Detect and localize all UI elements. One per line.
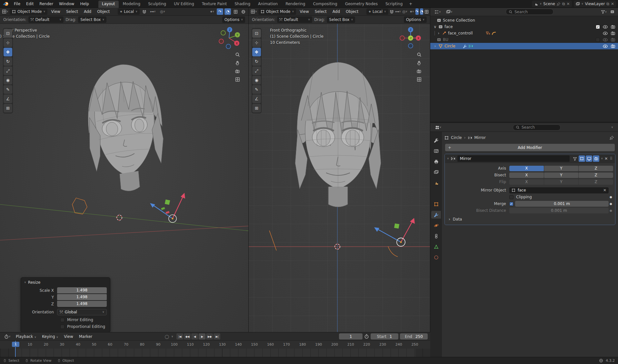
camera-view-icon[interactable]	[416, 69, 422, 74]
hide-eye-icon[interactable]	[603, 37, 608, 42]
bisect-x-button[interactable]: X	[509, 172, 544, 178]
options-chevron-icon[interactable]: ∨	[609, 124, 615, 131]
menu-object[interactable]: Object	[95, 9, 112, 15]
properties-tab-material[interactable]	[431, 253, 441, 261]
xray-shading-icon[interactable]: ◔	[224, 8, 231, 15]
snap-with-dropdown[interactable]: ⊶∨	[149, 8, 157, 15]
close-icon[interactable]: ✕	[604, 156, 608, 161]
editor-type-icon[interactable]: ∨	[251, 8, 257, 15]
tool-move[interactable]: ✥	[252, 48, 261, 56]
show-in-editmode-icon[interactable]	[579, 155, 585, 162]
tool-move[interactable]: ✥	[4, 48, 12, 56]
orientation-setting-dropdown[interactable]: ⤱ Default ∨	[277, 16, 312, 23]
properties-search-input[interactable]: Search	[513, 124, 561, 131]
tool-transform[interactable]: ◉	[4, 76, 12, 84]
play-button[interactable]: ▶	[199, 333, 205, 339]
proportional-editing-icon[interactable]: ◎∨	[158, 8, 167, 15]
tool-measure[interactable]: ∠	[252, 94, 261, 103]
workspace-tab-geometry-nodes[interactable]: Geometry Nodes	[342, 1, 381, 8]
new-viewlayer-icon[interactable]: ⧉	[606, 2, 609, 6]
tool-cursor[interactable]: ⊹	[252, 38, 261, 47]
timeline-frames-area[interactable]	[0, 349, 430, 357]
workspace-tab-modeling[interactable]: Modeling	[119, 1, 144, 8]
menu-select[interactable]: Select	[313, 9, 329, 15]
new-scene-icon[interactable]: ⧉	[562, 2, 565, 6]
camera-view-icon[interactable]	[235, 69, 240, 74]
filter-icon[interactable]: ∨	[601, 9, 607, 15]
mode-dropdown[interactable]: Object Mode ∨	[258, 8, 296, 15]
properties-tab-data[interactable]	[431, 243, 441, 251]
properties-tab-objsq[interactable]	[431, 200, 441, 208]
prev-keyframe-button[interactable]: ◆◀	[184, 333, 191, 339]
shading-solid-icon[interactable]	[240, 8, 246, 15]
scale-y-field[interactable]: 1.498	[57, 294, 107, 300]
tool-scale[interactable]: ⤢	[4, 66, 12, 75]
workspace-tab-animation[interactable]: Animation	[254, 1, 281, 8]
modifier-name-field[interactable]: Mirror	[457, 155, 570, 162]
modifier-header[interactable]: ∨ Mirror ∨ ✕ ⠿	[445, 154, 615, 163]
orthographic-toggle-icon[interactable]	[235, 77, 240, 82]
show-gizmo-icon[interactable]: ⌖∨	[209, 8, 215, 15]
shading-wireframe-icon[interactable]	[232, 8, 239, 15]
workspace-tab-shading[interactable]: Shading	[231, 1, 254, 8]
scene-selector[interactable]: ∨ Scene ⧉ ✕	[532, 1, 572, 7]
menu-view[interactable]: View	[62, 334, 75, 339]
editor-type-icon[interactable]: ∨	[3, 333, 12, 340]
menu-view[interactable]: View	[49, 9, 62, 15]
transform-gizmo[interactable]	[374, 218, 415, 257]
menu-render[interactable]: Render	[36, 1, 56, 7]
tool-scale[interactable]: ⤢	[252, 66, 261, 75]
axis-x-button[interactable]: X	[509, 166, 544, 171]
tool-add-cube[interactable]: ⊞	[252, 104, 261, 113]
transform-orientation-dropdown[interactable]: ⌖ Local ∨	[366, 8, 388, 15]
viewport-3d-front[interactable]: ∨ Object Mode ∨ View Select Add Object ⌖…	[249, 8, 430, 332]
scale-x-field[interactable]: 1.498	[57, 287, 107, 293]
editor-type-icon[interactable]: ∨	[2, 8, 8, 15]
new-collection-icon[interactable]	[609, 9, 615, 15]
control-shape-outline[interactable]	[72, 198, 87, 214]
workspace-tab-compositing[interactable]: Compositing	[309, 1, 341, 8]
proportional-editing-checkbox[interactable]: Proportional Editing	[60, 324, 107, 329]
tool-select-box[interactable]: ⊡	[4, 29, 12, 38]
workspace-tab-sculpting[interactable]: Sculpting	[145, 1, 170, 8]
outliner-search-input[interactable]: Search	[506, 9, 553, 15]
menu-view[interactable]: View	[297, 9, 311, 15]
menu-playback[interactable]: Playback ∨	[14, 334, 38, 339]
properties-tab-printer[interactable]	[431, 158, 441, 165]
hide-eye-icon[interactable]	[603, 44, 608, 49]
menu-help[interactable]: Help	[77, 1, 92, 7]
pan-hand-icon[interactable]	[235, 61, 240, 65]
mode-dropdown[interactable]: Object Mode ∨	[10, 8, 47, 15]
options-dropdown[interactable]: Options ∨	[222, 16, 245, 23]
tool-measure[interactable]: ∠	[4, 94, 12, 103]
animate-dot-icon[interactable]: ●	[609, 195, 613, 199]
xray-shading-icon[interactable]: ◔	[420, 8, 423, 15]
axis-y-button[interactable]: Y	[544, 166, 579, 171]
merge-checkbox[interactable]: ✓	[509, 202, 513, 206]
proportional-editing-icon[interactable]: ◎∨	[402, 8, 407, 15]
disable-render-camera-icon[interactable]	[611, 25, 615, 29]
data-subpanel-header[interactable]: › Data	[445, 214, 613, 222]
menu-add[interactable]: Add	[330, 9, 342, 15]
menu-select[interactable]: Select	[64, 9, 80, 15]
transform-gizmo[interactable]	[150, 193, 185, 222]
breadcrumb-modifier[interactable]: Mirror	[474, 135, 486, 140]
tool-annotate[interactable]: ✎	[4, 85, 12, 94]
overlays-icon[interactable]: ↷	[415, 8, 419, 15]
resize-operator-panel[interactable]: ∨ Resize Scale X 1.498 Y 1.498 Z 1.498 O…	[21, 277, 110, 332]
clear-icon[interactable]: ✕	[603, 188, 606, 192]
properties-tab-physics[interactable]	[431, 221, 441, 229]
stopwatch-icon[interactable]	[364, 334, 369, 339]
mirror-object-field[interactable]: face ✕	[509, 187, 609, 193]
auto-keying-record-icon[interactable]: ◯	[164, 333, 170, 340]
current-frame-badge[interactable]: 1	[12, 342, 19, 347]
hide-eye-icon[interactable]	[603, 25, 608, 29]
orthographic-toggle-icon[interactable]	[417, 77, 422, 82]
drag-handle-icon[interactable]: ⠿	[610, 156, 613, 161]
outliner-row-face-controll[interactable]: │ › face_controll ∇₈	[430, 30, 618, 36]
start-frame-field[interactable]: Start 1	[371, 333, 398, 339]
jump-to-end-button[interactable]: ▶|	[214, 333, 220, 339]
timeline-ruler[interactable]: 1020304050607080901001101201301401501601…	[0, 341, 430, 357]
snap-magnet-icon[interactable]	[141, 8, 147, 15]
viewport-3d-front-canvas[interactable]: Front Orthographic (1) Scene Collection …	[249, 24, 430, 332]
